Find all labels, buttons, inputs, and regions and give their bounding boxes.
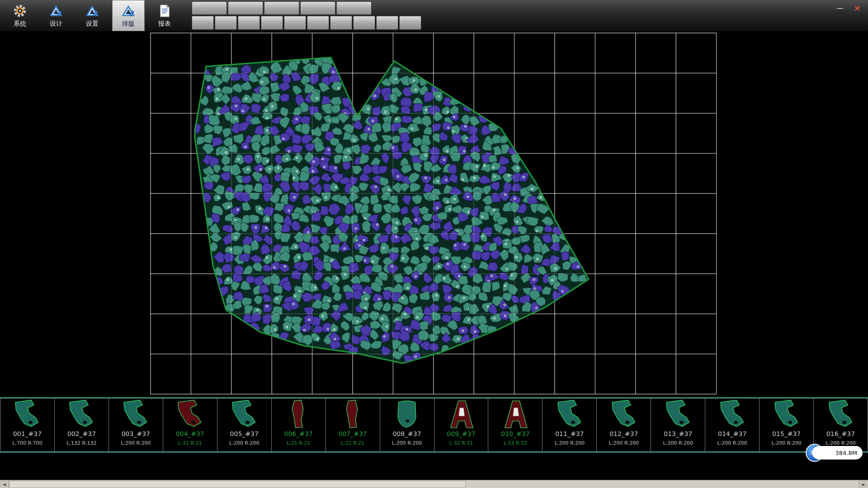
piece-lr-counts: L:32 R:31 xyxy=(449,441,473,446)
piece-shape-icon xyxy=(115,399,156,429)
app-window: { "window": { "controls": { "minimize": … xyxy=(0,0,868,488)
piece-thumbnail[interactable]: 006_#37 L:21 R:21 xyxy=(272,398,326,452)
app-icon[interactable]: 系统 xyxy=(4,0,36,31)
piece-shape-icon xyxy=(6,399,48,429)
piece-shape-icon xyxy=(549,399,590,429)
piece-thumbnail[interactable]: 012_#37 L:200 R:200 xyxy=(597,398,651,452)
piece-shape-icon xyxy=(603,399,645,429)
menu-tab-bar xyxy=(192,0,421,14)
menu-tab[interactable] xyxy=(300,1,335,14)
piece-shape-icon xyxy=(386,399,428,429)
piece-lr-counts: L:21 R:21 xyxy=(287,441,310,446)
app-icon-glyph xyxy=(121,3,136,19)
nesting-canvas[interactable] xyxy=(0,32,868,397)
tool-button[interactable] xyxy=(307,16,329,30)
app-icon-label: 系统 xyxy=(14,20,26,28)
piece-lr-counts: L:200 R:200 xyxy=(121,441,151,446)
tool-button[interactable] xyxy=(376,16,398,30)
piece-thumbnail[interactable]: 004_#37 L:31 R:31 xyxy=(163,398,217,452)
piece-name: 003_#37 xyxy=(122,430,150,437)
app-icon-glyph xyxy=(85,3,100,19)
piece-lr-counts: L:200 R:200 xyxy=(555,441,585,446)
tool-button[interactable] xyxy=(261,16,283,30)
piece-lr-counts: L:31 R:31 xyxy=(178,441,202,446)
app-icon[interactable]: 设计 xyxy=(40,0,72,31)
app-icon-glyph xyxy=(157,3,172,19)
piece-name: 012_#37 xyxy=(609,430,638,437)
piece-name: 005_#37 xyxy=(230,430,259,437)
piece-thumbnail[interactable]: 005_#37 L:200 R:200 xyxy=(217,398,272,452)
app-icon[interactable]: 设置 xyxy=(76,0,108,31)
piece-shape-icon xyxy=(766,399,807,429)
piece-lr-counts: L:200 R:200 xyxy=(392,441,422,446)
nesting-canvas-area xyxy=(0,32,868,397)
piece-shape-icon xyxy=(712,399,753,429)
tool-button[interactable] xyxy=(192,16,214,30)
piece-name: 011_#37 xyxy=(555,430,584,437)
piece-shape-icon xyxy=(820,399,862,429)
menu-tab[interactable] xyxy=(264,1,299,14)
piece-thumbnail[interactable]: 008_#37 L:200 R:200 xyxy=(380,398,434,452)
piece-lr-counts: L:200 R:200 xyxy=(229,441,259,446)
menu-tab[interactable] xyxy=(192,1,227,14)
piece-thumbnail[interactable]: 007_#37 L:21 R:21 xyxy=(326,398,380,452)
piece-thumbnail[interactable]: 013_#37 L:200 R:200 xyxy=(651,398,705,452)
tool-button[interactable] xyxy=(238,16,260,30)
scroll-right-arrow[interactable]: ► xyxy=(859,480,868,488)
menu-tab[interactable] xyxy=(228,1,263,14)
piece-lr-counts: L:200 R:200 xyxy=(717,441,747,446)
piece-shape-icon xyxy=(61,399,102,429)
app-icon-label: 报表 xyxy=(158,20,171,28)
tool-button[interactable] xyxy=(330,16,352,30)
piece-name: 008_#37 xyxy=(392,430,421,437)
piece-thumbnail[interactable]: 014_#37 L:200 R:200 xyxy=(705,398,760,452)
toolbar: 系统 设计 设置 排版 报表 — ✕ xyxy=(0,0,868,32)
piece-lr-counts: L:21 R:21 xyxy=(341,441,364,446)
window-controls: — ✕ xyxy=(834,4,863,13)
piece-lr-counts: L:700 R:700 xyxy=(12,441,42,446)
piece-shape-icon xyxy=(169,399,211,429)
piece-name: 002_#37 xyxy=(67,430,96,437)
app-icon[interactable]: 排版 xyxy=(112,0,145,31)
piece-lr-counts: L:33 R:32 xyxy=(504,441,527,446)
piece-name: 015_#37 xyxy=(772,430,801,437)
horizontal-scrollbar[interactable]: ◄ ► xyxy=(0,480,868,488)
piece-lr-counts: L:200 R:200 xyxy=(663,441,693,446)
app-icon[interactable]: 报表 xyxy=(148,0,181,31)
piece-name: 006_#37 xyxy=(284,430,313,437)
piece-shape-icon xyxy=(495,399,536,429)
piece-name: 016_#37 xyxy=(826,430,855,437)
piece-thumbnail-strip: 001_#37 L:700 R:700 002_#37 L:132 R:132 … xyxy=(0,397,868,453)
piece-thumbnail[interactable]: 003_#37 L:200 R:200 xyxy=(109,398,163,452)
piece-thumbnail[interactable]: 011_#37 L:200 R:200 xyxy=(542,398,597,452)
scroll-thumb[interactable] xyxy=(9,481,466,488)
minimize-button[interactable]: — xyxy=(834,4,846,13)
piece-name: 013_#37 xyxy=(664,430,692,437)
piece-name: 009_#37 xyxy=(447,430,475,437)
close-button[interactable]: ✕ xyxy=(851,4,863,13)
piece-name: 007_#37 xyxy=(338,430,367,437)
scroll-left-arrow[interactable]: ◄ xyxy=(0,480,9,488)
piece-thumbnail[interactable]: 010_#37 L:33 R:32 xyxy=(488,398,542,452)
app-icon-glyph xyxy=(48,3,64,19)
menu-tab[interactable] xyxy=(336,1,372,14)
tool-button[interactable] xyxy=(399,16,421,30)
memory-label: 384.8M xyxy=(812,446,863,460)
piece-lr-counts: L:132 R:132 xyxy=(66,441,96,446)
piece-name: 001_#37 xyxy=(13,430,42,437)
piece-shape-icon xyxy=(223,399,265,429)
app-icon-label: 设置 xyxy=(86,20,99,28)
piece-thumbnail[interactable]: 002_#37 L:132 R:132 xyxy=(55,398,109,452)
piece-name: 014_#37 xyxy=(718,430,746,437)
piece-thumbnail[interactable]: 009_#37 L:32 R:31 xyxy=(434,398,489,452)
tool-button[interactable] xyxy=(284,16,306,30)
tool-button[interactable] xyxy=(353,16,375,30)
piece-shape-icon xyxy=(332,399,373,429)
piece-shape-icon xyxy=(278,399,319,429)
tool-button[interactable] xyxy=(215,16,237,30)
memory-status-badge: 38% 384.8M xyxy=(804,444,863,462)
piece-lr-counts: L:200 R:200 xyxy=(609,441,639,446)
app-icon-label: 排版 xyxy=(122,20,135,28)
piece-name: 004_#37 xyxy=(176,430,204,437)
piece-thumbnail[interactable]: 001_#37 L:700 R:700 xyxy=(0,398,55,452)
